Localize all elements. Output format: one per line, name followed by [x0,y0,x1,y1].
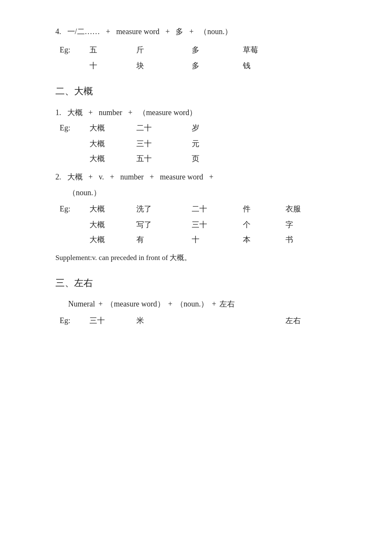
dagai-2: 大概 [67,171,83,183]
numeral-label: Numeral [68,298,95,310]
supplement-text: Supplement:v. can preceded in front of 大… [55,252,358,263]
plus-9: + [209,171,213,183]
eg2b-row3: 大概 有 十 本 书 [60,234,358,246]
item-num-1: 1. [55,107,61,119]
measure-word-paren: （measure word） [138,107,197,119]
plus-1: + [106,26,110,38]
eg2b-r2-c3: 三十 [192,219,243,231]
eg4-r2-c3: 多 [192,60,243,72]
eg2b-r2-c2: 写了 [136,219,192,231]
dagai-1: 大概 [67,107,83,119]
eg2b-r3-c1: 大概 [89,234,136,246]
eg2-r1-c2: 二十 [132,122,187,134]
noun-paren-3: （noun.） [176,298,209,310]
number-2: number [120,171,144,183]
eg3-r1-c5: 左右 [281,315,315,327]
eg-label-4: Eg: [60,44,85,56]
eg2-r2-c3: 元 [192,138,243,150]
item-num-4: 4. [55,26,61,38]
eg2b-r1-c3: 二十 [187,203,239,215]
eg4-r2-c4: 钱 [243,60,285,72]
section4-formula: 4. 一/二…… + measure word + 多 + （noun.） [55,26,358,38]
eg2-r3-c1: 大概 [89,153,136,165]
eg4-row2: 十 块 多 钱 [60,60,358,72]
eg2-r3-c2: 五十 [136,153,192,165]
eg3-r1-c2: 米 [132,315,187,327]
section2-item1: 1. 大概 + number + （measure word） [55,107,358,119]
section2-eg2: Eg: 大概 洗了 二十 件 衣服 大概 写了 三十 个 字 大概 有 十 本 … [60,203,358,246]
eg2b-r1-c5: 衣服 [281,203,315,215]
plus-8: + [150,171,154,183]
section2-eg1: Eg: 大概 二十 岁 大概 三十 元 大概 五十 页 [60,122,358,165]
eg4-r1-c3: 多 [187,44,239,56]
eg2-r3-c3: 页 [192,153,243,165]
eg2b-r2-c5: 字 [285,219,320,231]
eg2b-r3-c3: 十 [192,234,243,246]
eg2-row3: 大概 五十 页 [60,153,358,165]
eg-label-2a: Eg: [60,122,85,134]
eg3-row1: Eg: 三十 米 左右 [60,315,358,327]
plus-12: + [212,298,216,310]
plus-7: + [110,171,114,183]
v-label: v. [99,171,104,183]
eg2b-r1-c1: 大概 [85,203,132,215]
eg2-r1-c3: 岁 [187,122,239,134]
number-1: number [99,107,122,119]
eg2-r2-c1: 大概 [89,138,136,150]
eg4-r2-c1: 十 [89,60,136,72]
section3-formula: Numeral + （measure word） + （noun.） + 左右 [55,298,358,310]
plus-10: + [98,298,103,310]
eg2-r2-c2: 三十 [136,138,192,150]
plus-5: + [128,107,133,119]
eg2-r1-c1: 大概 [85,122,132,134]
duo: 多 [176,26,183,38]
eg-label-3: Eg: [60,315,85,327]
eg4-r1-c1: 五 [85,44,132,56]
formula-part-1: 一/二…… [67,26,100,38]
eg2b-r1-c2: 洗了 [132,203,187,215]
section2-item2: 2. 大概 + v. + number + measure word + [55,171,358,183]
eg2b-row1: Eg: 大概 洗了 二十 件 衣服 [60,203,358,215]
eg4-row1: Eg: 五 斤 多 草莓 [60,44,358,56]
eg2b-r1-c4: 件 [239,203,281,215]
eg2b-r3-c4: 本 [243,234,285,246]
noun-1: （noun.） [199,26,232,38]
eg3-r1-c1: 三十 [85,315,132,327]
item2-noun: （noun.） [55,187,358,199]
section3-header: 三、左右 [55,275,358,290]
plus-11: + [168,298,173,310]
plus-4: + [89,107,93,119]
plus-6: + [89,171,93,183]
eg2-row1: Eg: 大概 二十 岁 [60,122,358,134]
measure-word-1: measure word [116,26,159,38]
plus-3: + [189,26,193,38]
eg4-r1-c4: 草莓 [239,44,281,56]
eg2b-r2-c1: 大概 [89,219,136,231]
eg2-row2: 大概 三十 元 [60,138,358,150]
eg2b-row2: 大概 写了 三十 个 字 [60,219,358,231]
plus-2: + [165,26,170,38]
mw-paren-3: （measure word） [106,298,164,310]
eg-label-2b: Eg: [60,203,85,215]
eg4-r1-c2: 斤 [132,44,187,56]
section3-examples: Eg: 三十 米 左右 [60,315,358,327]
measure-word-2: measure word [160,171,203,183]
section4-examples: Eg: 五 斤 多 草莓 十 块 多 钱 [60,44,358,72]
section2-header: 二、大概 [55,84,358,98]
eg2b-r3-c5: 书 [285,234,320,246]
eg2b-r3-c2: 有 [136,234,192,246]
zuoyou-formula: 左右 [219,298,235,310]
eg2b-r2-c4: 个 [243,219,285,231]
eg4-r2-c2: 块 [136,60,192,72]
item-num-2: 2. [55,171,61,183]
